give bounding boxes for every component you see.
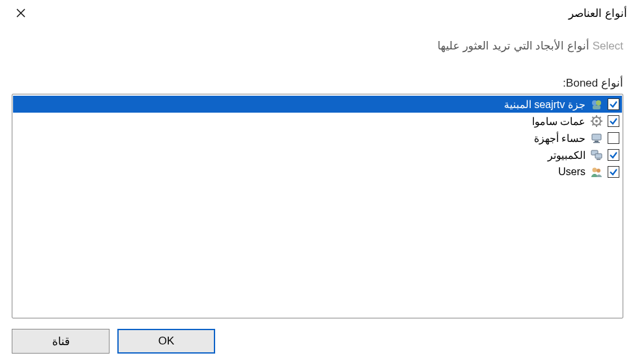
svg-rect-2 [593, 105, 600, 109]
check-icon [609, 150, 618, 160]
button-row: قناة OK [0, 318, 635, 364]
svg-rect-7 [593, 142, 600, 143]
dialog-content: Select أنواع الأبجاد التي تريد العثور عل… [0, 26, 635, 318]
close-button[interactable] [8, 0, 34, 26]
close-icon [16, 8, 26, 18]
list-label: أنواع Boned: [12, 76, 623, 90]
list-item[interactable]: Users [13, 163, 622, 180]
check-icon [609, 100, 618, 109]
checkbox[interactable] [608, 166, 619, 178]
list-item-label: الكمبيوتر [548, 149, 585, 161]
description-text: أنواع الأبجاد التي تريد العثور عليها [437, 40, 592, 52]
computer-icon [589, 131, 604, 145]
svg-rect-5 [592, 134, 601, 140]
security-icon [589, 97, 604, 111]
titlebar: أنواع العناصر [0, 0, 635, 26]
description: Select أنواع الأبجاد التي تريد العثور عل… [12, 39, 623, 53]
ok-button[interactable]: OK [117, 329, 215, 354]
check-icon [609, 167, 618, 176]
highlight-annotation [457, 112, 623, 130]
computers-icon [589, 148, 604, 162]
svg-point-1 [596, 100, 601, 105]
checkbox[interactable] [608, 132, 619, 144]
svg-rect-10 [597, 159, 600, 160]
list-item-label: Users [558, 166, 585, 178]
dialog-title: أنواع العناصر [569, 7, 627, 20]
object-type-list[interactable]: جزة seajrtv المبنيةعمات سامواحساء أجهزةا… [12, 94, 623, 318]
svg-rect-6 [595, 141, 598, 142]
list-item-label: حساء أجهزة [534, 132, 585, 145]
list-item[interactable]: جزة seajrtv المبنية [13, 96, 622, 113]
users-icon [589, 165, 604, 179]
cancel-button[interactable]: قناة [12, 329, 110, 354]
checkbox[interactable] [608, 98, 619, 110]
dialog-window: أنواع العناصر Select أنواع الأبجاد التي … [0, 0, 635, 364]
list-item-label: جزة seajrtv المبنية [504, 98, 585, 111]
list-item[interactable]: حساء أجهزة [13, 130, 622, 147]
list-item[interactable]: الكمبيوتر [13, 147, 622, 163]
checkbox[interactable] [608, 149, 619, 161]
svg-point-12 [597, 169, 600, 173]
svg-point-11 [593, 168, 597, 173]
description-prefix: Select [593, 40, 623, 52]
svg-rect-9 [595, 154, 602, 158]
